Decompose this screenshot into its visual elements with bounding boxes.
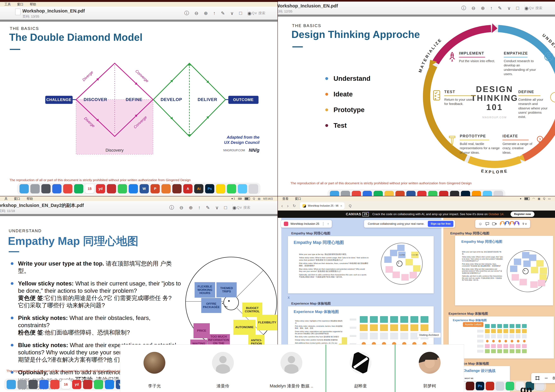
mini-sticky-note[interactable] [538,280,545,286]
sticky-chip[interactable] [491,344,496,348]
menu-item[interactable]: 具 [4,197,7,201]
display-icon[interactable]: ▭ [548,197,551,200]
sticky-chip[interactable] [522,329,527,333]
sticky-chip[interactable] [498,340,501,342]
sticky-chip[interactable] [510,334,514,338]
search-icon[interactable]: Q [349,204,351,208]
sticky-chip[interactable] [522,349,527,353]
register-now-button[interactable]: Register now [511,212,534,217]
frame-heading[interactable]: Experience Map 体验地图 [291,301,331,306]
search-field[interactable]: Q∨ 搜索 [233,204,250,211]
mini-sticky-note[interactable]: 4.will 意愿 [398,252,405,258]
sticky-chip[interactable] [380,333,388,339]
mini-sticky-note[interactable] [390,250,397,256]
share-icon[interactable]: ↑ [490,5,492,11]
dock-app-icon[interactable] [20,184,29,193]
zoom-out-icon[interactable]: ⊖ [471,5,475,11]
participant-tile[interactable]: 李子光 [120,345,189,392]
title-bar[interactable]: Workshop_Inclusion_EN.pdf 页码: 13/35 ⓘ⊖⊕↑… [0,7,278,20]
video-call-icon[interactable] [492,222,497,226]
dock-app-icon[interactable]: A [183,184,193,193]
sticky-chip[interactable] [400,324,408,331]
mini-sticky-note[interactable]: 4.solve 解决 [411,252,418,258]
dock-app-icon[interactable] [506,382,514,390]
sticky-chip[interactable] [516,329,520,333]
dock-app-icon[interactable] [105,380,114,389]
dock-app-icon[interactable] [352,191,361,196]
dock-app-icon[interactable] [94,380,103,389]
frame-heading[interactable]: Empathy Map 同理心地图 [450,231,489,235]
sticky-chip[interactable] [510,329,514,333]
menu-item[interactable]: 查看 [282,197,289,201]
sticky-chip[interactable] [522,324,527,328]
keyboard-icon[interactable]: ⌨ [238,197,242,200]
sticky-chip[interactable] [390,316,398,323]
sticky-chip[interactable] [380,324,388,331]
sticky-chip[interactable] [516,344,520,348]
share-icon[interactable]: ↑ [213,10,215,16]
sticky-chip[interactable] [504,349,508,353]
sticky-chip[interactable] [400,333,408,339]
chevron-down-icon[interactable]: ∨ [230,10,234,16]
dock-app-icon[interactable] [417,191,427,196]
dock-app-icon[interactable] [496,382,504,390]
dock-app-icon[interactable] [450,191,459,196]
chevron-down-icon[interactable]: ∨ [507,5,511,11]
zoom-level[interactable]: 8% [553,376,555,381]
sticky-chip[interactable] [504,344,508,348]
share-icon[interactable]: ↑ [198,205,200,210]
menu-item[interactable]: 工具 [4,2,11,7]
sticky-chip[interactable] [370,324,378,331]
dock-app-icon[interactable] [107,184,116,193]
title-bar[interactable]: Workshop_Inclusion_EN.pdf 页码: 12/35 ⓘ⊖⊕↑… [278,2,555,14]
dock-app-icon[interactable]: yd [96,184,105,193]
frame-heading[interactable]: Experience Map 体验地图 [449,311,488,316]
markup-icon[interactable]: ✎ [221,10,225,16]
dock-app-icon[interactable] [74,184,83,193]
control-center-icon[interactable]: ▤ [258,197,260,200]
sticky-chip[interactable] [410,316,418,323]
wifi-icon[interactable]: ◠ [533,197,535,200]
sticky-chip[interactable] [516,324,520,328]
sticky-chip[interactable] [492,340,495,342]
sticky-chip[interactable] [421,316,428,323]
participant-tile[interactable]: 赵晔童 [326,345,395,392]
sticky-chip[interactable] [497,344,502,348]
dock-app-icon[interactable]: Ps [476,382,484,390]
sticky-chip[interactable] [410,324,418,331]
search-field[interactable]: Q∨ 搜索 [248,9,265,17]
mini-sticky-note[interactable] [413,265,420,271]
mini-sticky-note[interactable] [386,266,393,272]
board-share-icon[interactable]: ↑ [327,222,329,226]
dock-app-icon[interactable] [395,191,405,196]
sticky-chip[interactable] [497,324,502,328]
sticky-chip[interactable] [516,334,520,338]
screen-record-icon[interactable]: ⏺ 1 [232,197,235,200]
back-button[interactable]: ‹ [281,203,283,208]
sticky-chip[interactable] [485,344,490,348]
dock-app-icon[interactable] [129,184,138,193]
dock-app-icon[interactable] [385,191,394,196]
dock-app-icon[interactable] [83,380,92,389]
mini-sticky-note[interactable] [514,259,521,265]
participant-tile[interactable]: 漆曼伶 [189,345,257,392]
board-title[interactable]: Worshkop Inclusion 25 [291,222,319,226]
menu-item[interactable]: 帮助 [27,197,33,201]
spotlight-icon[interactable]: Q [543,197,545,200]
dock-app-icon[interactable] [406,191,416,196]
sticky-chip[interactable] [486,340,489,342]
forward-button[interactable]: › [287,203,289,208]
menu-item[interactable]: 帮助 [30,2,36,7]
reload-button[interactable]: ↻ [293,204,296,208]
mini-sticky-note[interactable] [510,265,517,272]
empathy-map-card[interactable]: Empathy Map 同理心地图 Write your user type a… [455,236,553,305]
dock-app-icon[interactable]: P [151,184,160,193]
sticky-chip[interactable] [510,349,514,353]
mini-sticky-note[interactable] [540,267,547,274]
sticky-chip[interactable] [517,340,519,342]
dock-app-icon[interactable] [483,191,492,196]
dock-app-icon[interactable] [30,184,40,193]
dock-app-icon[interactable] [461,191,470,196]
grid-icon[interactable]: ▦ [538,197,540,200]
dock-app-icon[interactable] [363,191,372,196]
